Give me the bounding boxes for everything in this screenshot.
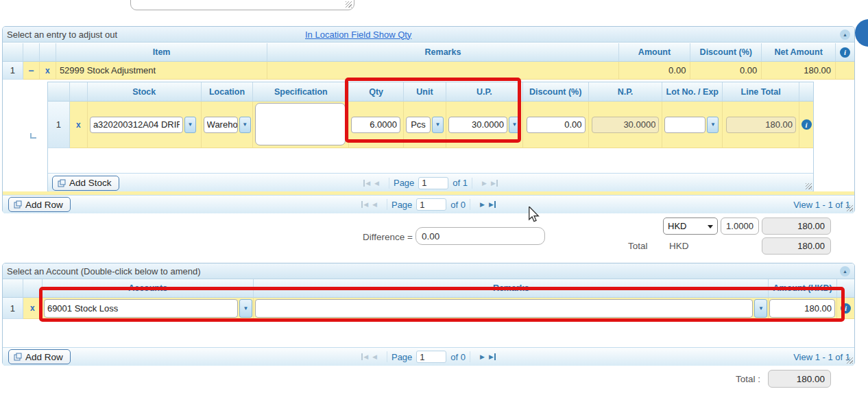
- pager-prev-icon[interactable]: ◀: [374, 180, 379, 187]
- pager-prev-icon[interactable]: ◀: [372, 201, 377, 208]
- net-amount-cell[interactable]: 180.00: [762, 62, 836, 80]
- delete-icon[interactable]: x: [30, 303, 35, 313]
- specification-textarea[interactable]: [255, 103, 346, 145]
- info-icon[interactable]: i: [801, 119, 812, 130]
- qty-input[interactable]: [351, 117, 400, 133]
- subcol-np[interactable]: N.P.: [589, 82, 663, 102]
- pager-next-icon[interactable]: ▶: [480, 201, 485, 208]
- collapse-subgrid-cell[interactable]: −: [23, 62, 40, 80]
- sub-row-number: 1: [48, 102, 70, 148]
- resize-grip-icon[interactable]: [806, 183, 812, 189]
- pager-first-icon[interactable]: ◀: [361, 201, 368, 208]
- lot-dropdown-icon[interactable]: ▼: [707, 117, 719, 133]
- collapse-panel-button[interactable]: ▲: [840, 266, 850, 277]
- sub-delete-cell[interactable]: x: [70, 102, 88, 148]
- subcol-stock[interactable]: Stock: [88, 82, 202, 102]
- location-combo-input[interactable]: [204, 117, 238, 133]
- col-amount-hkd[interactable]: Amount (HKD): [769, 279, 837, 298]
- top-remarks-textarea[interactable]: [130, 0, 354, 10]
- difference-input[interactable]: [415, 227, 545, 245]
- add-row-button[interactable]: Add Row: [8, 349, 71, 364]
- pager-first-icon[interactable]: ◀: [363, 180, 370, 187]
- discount-cell[interactable]: 0.00: [690, 62, 762, 80]
- item-cell[interactable]: 52999 Stock Adjustment: [56, 62, 268, 80]
- up-combo-input[interactable]: [448, 117, 507, 133]
- grand-total-input: [768, 370, 831, 388]
- col-item[interactable]: Item: [56, 43, 268, 62]
- delete-row-cell[interactable]: x: [40, 62, 56, 80]
- row-info-cell: i: [837, 298, 854, 319]
- resize-grip-icon[interactable]: [346, 1, 352, 8]
- currency-select[interactable]: HKD: [663, 217, 718, 235]
- subcol-lot[interactable]: Lot No. / Exp: [662, 82, 723, 102]
- subcol-line-total[interactable]: Line Total: [723, 82, 799, 102]
- delete-icon[interactable]: x: [45, 66, 50, 75]
- col-remarks[interactable]: Remarks: [254, 279, 769, 298]
- amount-cell[interactable]: 0.00: [619, 62, 691, 80]
- np-input: [592, 117, 659, 133]
- collapse-panel-button[interactable]: ▲: [840, 30, 850, 40]
- pager-next-icon[interactable]: ▶: [482, 180, 487, 187]
- stock-combo-input[interactable]: [90, 117, 183, 133]
- page-number-input[interactable]: [416, 351, 446, 363]
- account-grid-pager: Add Row ◀ ◀ Page of 0 ▶ ▶ View 1 - 1 of …: [3, 347, 854, 366]
- info-icon: i: [840, 47, 850, 58]
- col-delete: [23, 279, 43, 298]
- resize-grip-icon[interactable]: [847, 205, 853, 211]
- up-dropdown-icon[interactable]: ▼: [509, 117, 520, 133]
- subcol-up[interactable]: U.P.: [446, 82, 523, 102]
- unit-dropdown-icon[interactable]: ▼: [432, 117, 444, 133]
- page-number-input[interactable]: [416, 198, 446, 211]
- subcol-delete: [70, 82, 88, 102]
- account-grid-header: Accounts Remarks Amount (HKD): [3, 279, 854, 298]
- qty-cell: [349, 102, 404, 148]
- info-icon[interactable]: i: [841, 303, 851, 314]
- remarks-dropdown-icon[interactable]: ▼: [754, 299, 767, 318]
- sub-discount-cell: [523, 102, 589, 148]
- delete-icon[interactable]: x: [76, 120, 81, 130]
- pager-prev-icon[interactable]: ◀: [372, 353, 377, 360]
- delete-row-cell[interactable]: x: [23, 298, 43, 319]
- add-row-button[interactable]: Add Row: [8, 197, 71, 212]
- subcol-qty[interactable]: Qty: [349, 82, 404, 102]
- page-label: Page: [391, 352, 412, 362]
- resize-grip-icon[interactable]: [847, 357, 853, 364]
- add-row-label: Add Row: [25, 200, 63, 210]
- col-remarks[interactable]: Remarks: [267, 43, 618, 62]
- account-row-1[interactable]: 1 x ▼ ▼ i: [3, 298, 854, 319]
- col-net-amount[interactable]: Net Amount: [762, 43, 836, 62]
- stock-row-1[interactable]: 1 x ▼ ▼: [48, 102, 813, 148]
- remarks-cell[interactable]: [267, 62, 618, 80]
- pager-last-icon[interactable]: ▶: [489, 201, 496, 208]
- adjust-grid-header: Item Remarks Amount Discount (%) Net Amo…: [3, 43, 854, 62]
- page-of-label: of 0: [450, 352, 466, 362]
- in-location-show-qty-link[interactable]: In Location Field Show Qty: [305, 30, 411, 40]
- account-dropdown-icon[interactable]: ▼: [239, 299, 252, 318]
- pager-first-icon[interactable]: ◀: [361, 353, 368, 360]
- adjust-row-1[interactable]: 1 − x 52999 Stock Adjustment 0.00 0.00 1…: [3, 62, 854, 80]
- page-of-label: of 0: [450, 200, 466, 210]
- add-stock-button[interactable]: Add Stock: [52, 176, 119, 191]
- col-accounts[interactable]: Accounts: [43, 279, 254, 298]
- stock-dropdown-icon[interactable]: ▼: [184, 117, 196, 133]
- exchange-rate-input[interactable]: [721, 217, 759, 235]
- pager-next-icon[interactable]: ▶: [480, 353, 485, 360]
- location-dropdown-icon[interactable]: ▼: [239, 117, 251, 133]
- account-combo-input[interactable]: [44, 299, 238, 318]
- discount-input[interactable]: [527, 117, 586, 133]
- col-amount[interactable]: Amount: [619, 43, 691, 62]
- subcol-location[interactable]: Location: [202, 82, 254, 102]
- account-remarks-combo-input[interactable]: [255, 299, 753, 318]
- subcol-discount[interactable]: Discount (%): [523, 82, 589, 102]
- page-number-input[interactable]: [418, 177, 448, 189]
- pager-last-icon[interactable]: ▶: [491, 180, 498, 187]
- subcol-unit[interactable]: Unit: [404, 82, 446, 102]
- pager-last-icon[interactable]: ▶: [489, 353, 496, 360]
- account-amount-input[interactable]: [769, 299, 835, 318]
- subcol-specification[interactable]: Specification: [253, 82, 349, 102]
- minus-icon[interactable]: −: [28, 65, 34, 76]
- lot-combo-input[interactable]: [664, 117, 706, 133]
- col-discount[interactable]: Discount (%): [690, 43, 762, 62]
- floating-help-button[interactable]: [855, 19, 868, 47]
- unit-combo-input[interactable]: [406, 117, 431, 133]
